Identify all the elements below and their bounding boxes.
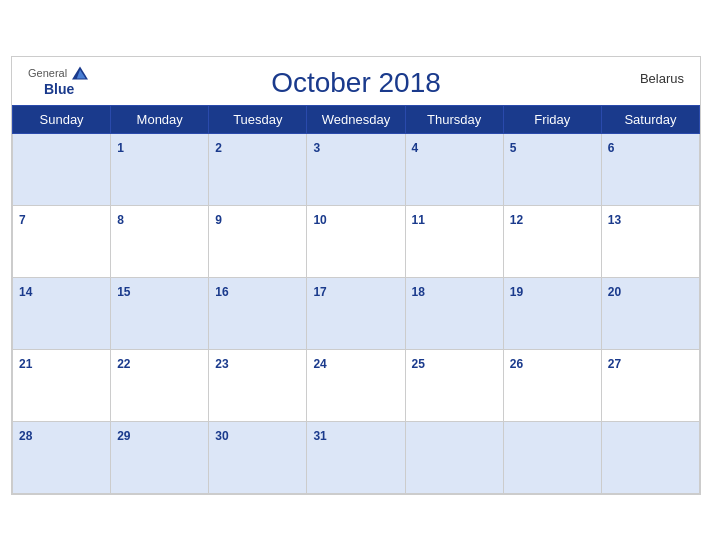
calendar-day-cell: 30: [209, 421, 307, 493]
day-number: 11: [412, 213, 425, 227]
calendar-day-cell: 18: [405, 277, 503, 349]
calendar-day-cell: 16: [209, 277, 307, 349]
calendar-week-row: 78910111213: [13, 205, 700, 277]
calendar-container: General Blue October 2018 Belarus Sunday…: [11, 56, 701, 495]
col-monday: Monday: [111, 105, 209, 133]
calendar-day-cell: 27: [601, 349, 699, 421]
day-number: 23: [215, 357, 228, 371]
calendar-day-cell: 15: [111, 277, 209, 349]
day-number: 17: [313, 285, 326, 299]
day-number: 9: [215, 213, 222, 227]
calendar-title: October 2018: [271, 67, 441, 99]
weekday-header-row: Sunday Monday Tuesday Wednesday Thursday…: [13, 105, 700, 133]
day-number: 26: [510, 357, 523, 371]
calendar-body: 1234567891011121314151617181920212223242…: [13, 133, 700, 493]
calendar-day-cell: 21: [13, 349, 111, 421]
calendar-day-cell: 6: [601, 133, 699, 205]
calendar-week-row: 123456: [13, 133, 700, 205]
col-saturday: Saturday: [601, 105, 699, 133]
col-tuesday: Tuesday: [209, 105, 307, 133]
calendar-day-cell: 11: [405, 205, 503, 277]
col-friday: Friday: [503, 105, 601, 133]
day-number: 24: [313, 357, 326, 371]
day-number: 14: [19, 285, 32, 299]
calendar-header: General Blue October 2018 Belarus: [12, 57, 700, 105]
calendar-day-cell: [13, 133, 111, 205]
calendar-day-cell: 8: [111, 205, 209, 277]
logo-icon: [70, 65, 90, 81]
calendar-day-cell: [503, 421, 601, 493]
day-number: 19: [510, 285, 523, 299]
col-sunday: Sunday: [13, 105, 111, 133]
day-number: 25: [412, 357, 425, 371]
day-number: 29: [117, 429, 130, 443]
day-number: 21: [19, 357, 32, 371]
calendar-day-cell: 5: [503, 133, 601, 205]
col-thursday: Thursday: [405, 105, 503, 133]
calendar-day-cell: 25: [405, 349, 503, 421]
calendar-week-row: 28293031: [13, 421, 700, 493]
day-number: 4: [412, 141, 419, 155]
logo-blue-text: Blue: [44, 81, 74, 97]
calendar-table: Sunday Monday Tuesday Wednesday Thursday…: [12, 105, 700, 494]
calendar-day-cell: 26: [503, 349, 601, 421]
day-number: 10: [313, 213, 326, 227]
calendar-day-cell: 12: [503, 205, 601, 277]
calendar-day-cell: 19: [503, 277, 601, 349]
col-wednesday: Wednesday: [307, 105, 405, 133]
day-number: 22: [117, 357, 130, 371]
calendar-day-cell: 31: [307, 421, 405, 493]
country-label: Belarus: [640, 71, 684, 86]
calendar-day-cell: 20: [601, 277, 699, 349]
calendar-day-cell: 24: [307, 349, 405, 421]
day-number: 15: [117, 285, 130, 299]
day-number: 3: [313, 141, 320, 155]
calendar-day-cell: 9: [209, 205, 307, 277]
calendar-day-cell: 2: [209, 133, 307, 205]
calendar-day-cell: 10: [307, 205, 405, 277]
calendar-day-cell: 22: [111, 349, 209, 421]
day-number: 13: [608, 213, 621, 227]
day-number: 28: [19, 429, 32, 443]
calendar-week-row: 14151617181920: [13, 277, 700, 349]
day-number: 16: [215, 285, 228, 299]
day-number: 18: [412, 285, 425, 299]
day-number: 2: [215, 141, 222, 155]
calendar-day-cell: 7: [13, 205, 111, 277]
day-number: 6: [608, 141, 615, 155]
calendar-day-cell: 29: [111, 421, 209, 493]
day-number: 5: [510, 141, 517, 155]
logo-general-text: General: [28, 67, 67, 79]
calendar-day-cell: 1: [111, 133, 209, 205]
calendar-day-cell: 17: [307, 277, 405, 349]
day-number: 31: [313, 429, 326, 443]
calendar-day-cell: 14: [13, 277, 111, 349]
day-number: 12: [510, 213, 523, 227]
calendar-day-cell: 13: [601, 205, 699, 277]
day-number: 30: [215, 429, 228, 443]
day-number: 1: [117, 141, 124, 155]
day-number: 27: [608, 357, 621, 371]
day-number: 20: [608, 285, 621, 299]
calendar-week-row: 21222324252627: [13, 349, 700, 421]
calendar-day-cell: 3: [307, 133, 405, 205]
calendar-day-cell: 28: [13, 421, 111, 493]
calendar-day-cell: [405, 421, 503, 493]
calendar-day-cell: 23: [209, 349, 307, 421]
day-number: 7: [19, 213, 26, 227]
day-number: 8: [117, 213, 124, 227]
calendar-day-cell: [601, 421, 699, 493]
logo-area: General Blue: [28, 65, 90, 97]
calendar-day-cell: 4: [405, 133, 503, 205]
